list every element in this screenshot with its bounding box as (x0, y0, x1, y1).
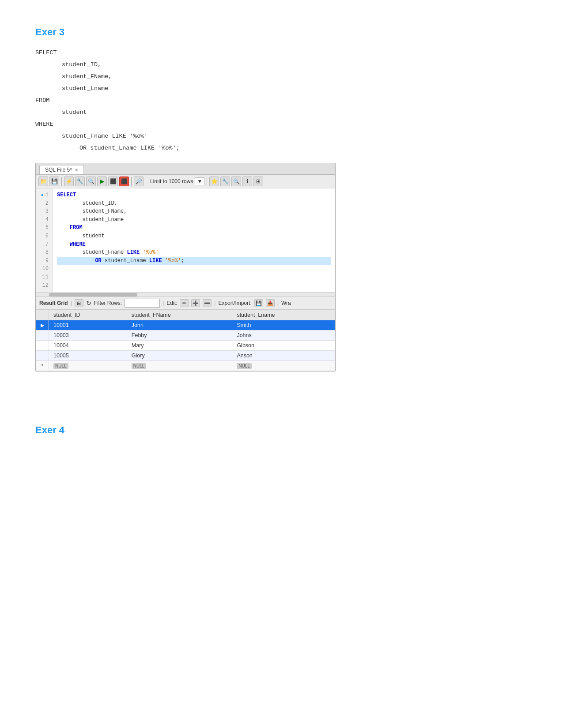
code-editor[interactable]: ● 1 2 3 4 5 6 7 8 9 10 11 12 SELECT stud… (36, 188, 335, 293)
tab-bar: SQL File 5* ✕ (36, 163, 335, 175)
toolbar-sep1 (61, 177, 62, 186)
line-num-6: 6 (39, 232, 49, 240)
edit-label: Edit: (166, 300, 177, 306)
table-row[interactable]: 10005 Glory Anson (36, 351, 335, 361)
wrap-label: Wra (281, 300, 291, 306)
inspect-icon[interactable]: 🔎 (134, 176, 144, 186)
export-icon[interactable]: 💾 (254, 299, 263, 307)
table-row-new[interactable]: * NULL NULL NULL (36, 361, 335, 371)
filter-rows-label: Filter Rows: (94, 300, 122, 306)
toolbar-sep4 (207, 177, 207, 186)
col-header-student-fname[interactable]: student_FName (127, 310, 232, 320)
exer4-section: Exer 4 (35, 424, 528, 436)
export-label: Export/Import: (218, 300, 251, 306)
info-icon[interactable]: ℹ (242, 176, 252, 186)
layout-icon[interactable]: ⊞ (253, 176, 263, 186)
row-indicator (36, 351, 49, 361)
cell-student-fname: Glory (127, 351, 232, 361)
limit-label: Limit to 1000 rows (150, 178, 193, 184)
section-gap (35, 389, 528, 424)
execute-icon[interactable]: ⚡ (64, 176, 74, 186)
limit-value: ▼ (197, 178, 202, 184)
result-table-container: student_ID student_FName student_Lname ▶… (36, 310, 335, 371)
edit-pencil-icon[interactable]: ✏ (180, 299, 189, 307)
sql-select-keyword: SELECT (35, 47, 528, 59)
scrollbar-thumb (49, 293, 137, 296)
cell-student-fname: John (127, 320, 232, 330)
filter-rows-input[interactable] (125, 299, 160, 308)
star-icon[interactable]: ⭐ (209, 176, 219, 186)
sql-file-tab[interactable]: SQL File 5* ✕ (39, 165, 84, 174)
toolbar-sep-wrap: | (277, 300, 279, 306)
toolbar-sep3 (146, 177, 146, 186)
cell-student-lname: Johns (232, 330, 335, 341)
sql-condition2: OR student_Lname LIKE '%o%'; (35, 142, 528, 154)
col-header-indicator (36, 310, 49, 320)
workbench-toolbar: 📁 💾 ⚡ 🔧 🔍 ▶ ⬛ ⬛ 🔎 Limit to 1000 rows ▼ ⭐… (36, 175, 335, 188)
play-icon[interactable]: ▶ (97, 176, 107, 186)
table-row[interactable]: ▶ 10001 John Smith (36, 320, 335, 330)
sql-where-keyword: WHERE (35, 118, 528, 130)
sql-col1: student_ID, (35, 59, 528, 71)
line-num-7: 7 (39, 240, 49, 249)
null-badge: NULL (53, 363, 68, 369)
line-numbers: ● 1 2 3 4 5 6 7 8 9 10 11 12 (36, 188, 53, 292)
import-icon[interactable]: 📥 (266, 299, 275, 307)
line-num-10: 10 (39, 265, 49, 273)
line-num-4: 4 (39, 216, 49, 224)
sql-col3: student_Lname (35, 83, 528, 94)
cell-null-id: NULL (49, 361, 127, 371)
sql-condition1: student_Fname LIKE '%o%' (35, 130, 528, 142)
edit-add-icon[interactable]: ➕ (191, 299, 200, 307)
code-line-2: student_ID, (57, 199, 331, 208)
code-line-3: student_FName, (57, 207, 331, 216)
code-line-1: SELECT (57, 191, 331, 199)
code-scrollbar[interactable] (36, 293, 335, 297)
line-num-8: 8 (39, 248, 49, 257)
sql-table: student (35, 106, 528, 118)
filter-icon[interactable]: 🔧 (220, 176, 230, 186)
execute-line-icon[interactable]: 🔧 (75, 176, 85, 186)
refresh-icon[interactable]: ↻ (86, 300, 91, 307)
cell-student-id: 10005 (49, 351, 127, 361)
col-header-student-id[interactable]: student_ID (49, 310, 127, 320)
cell-student-lname: Gibson (232, 341, 335, 351)
code-content[interactable]: SELECT student_ID, student_FName, studen… (53, 188, 335, 292)
result-grid-table: student_ID student_FName student_Lname ▶… (36, 310, 335, 371)
code-line-8: student_Fname LIKE '%o%' (57, 248, 331, 257)
code-line-5: FROM (57, 224, 331, 232)
new-row-indicator: * (36, 361, 49, 371)
result-grid-label: Result Grid (39, 300, 68, 306)
line-num-1: 1 (45, 191, 49, 199)
cell-student-fname: Febby (127, 330, 232, 341)
stop-icon[interactable]: ⬛ (108, 176, 118, 186)
cell-student-id: 10001 (49, 320, 127, 330)
line-num-2: 2 (39, 199, 49, 208)
col-header-student-lname[interactable]: student_Lname (232, 310, 335, 320)
cell-student-id: 10003 (49, 330, 127, 341)
line-num-9: 9 (39, 257, 49, 265)
toolbar-sep-edit: | (162, 300, 164, 306)
toolbar-sep2 (131, 177, 132, 186)
result-toolbar: Result Grid | ⊞ ↻ Filter Rows: | Edit: ✏… (36, 297, 335, 310)
null-badge: NULL (132, 363, 147, 369)
code-line-7: WHERE (57, 240, 331, 249)
grid-icon[interactable]: ⊞ (75, 299, 83, 307)
search-icon[interactable]: 🔍 (86, 176, 96, 186)
cell-student-lname: Anson (232, 351, 335, 361)
null-badge: NULL (237, 363, 252, 369)
open-icon[interactable]: 📁 (38, 176, 48, 186)
edit-remove-icon[interactable]: ➖ (203, 299, 212, 307)
exer3-title: Exer 3 (35, 26, 528, 38)
limit-dropdown[interactable]: ▼ (195, 177, 204, 185)
save-icon[interactable]: 💾 (49, 176, 59, 186)
table-row[interactable]: 10004 Mary Gibson (36, 341, 335, 351)
code-line-4: student_Lname (57, 216, 331, 224)
code-line-11 (57, 273, 331, 281)
zoom-icon[interactable]: 🔍 (231, 176, 241, 186)
table-row[interactable]: 10003 Febby Johns (36, 330, 335, 341)
tab-close-icon[interactable]: ✕ (75, 168, 78, 173)
code-line-10 (57, 265, 331, 273)
line-num-3: 3 (39, 207, 49, 216)
debug-icon[interactable]: ⬛ (119, 176, 129, 186)
